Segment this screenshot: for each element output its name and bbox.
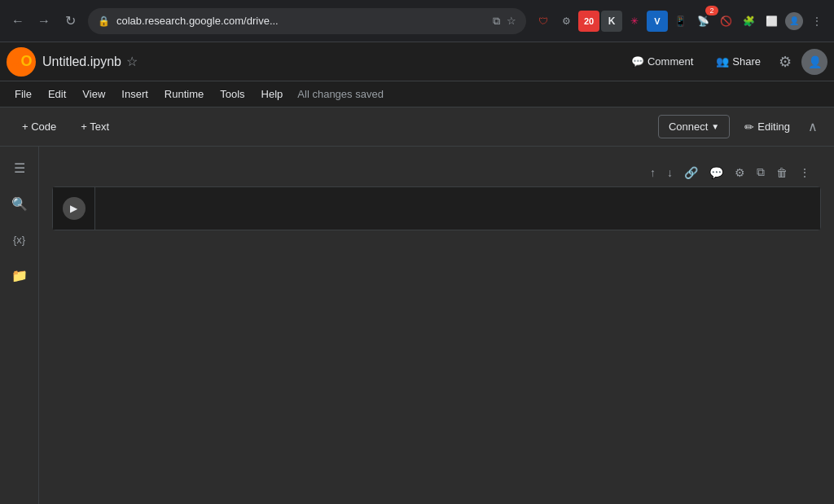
cell-content[interactable] xyxy=(95,187,820,230)
puzzle-ext-icon[interactable]: 20 xyxy=(578,11,599,32)
play-icon: ▶ xyxy=(70,203,77,214)
cell-gutter: ▶ xyxy=(53,187,95,230)
main-layout: ☰ 🔍 {x} 📁 ↑ ↓ 🔗 💬 ⚙ ⧉ 🗑 ⋮ xyxy=(0,147,834,504)
people-icon: 👥 xyxy=(716,55,729,68)
cell-settings-button[interactable]: ⚙ xyxy=(731,164,749,182)
user-avatar[interactable]: 👤 xyxy=(801,49,827,75)
menu-insert[interactable]: Insert xyxy=(113,85,156,103)
left-sidebar: ☰ 🔍 {x} 📁 xyxy=(0,147,39,504)
colab-header: CO Untitled.ipynb ☆ 💬 Comment 👥 Share ⚙ … xyxy=(0,42,834,81)
cell-comment-button[interactable]: 💬 xyxy=(705,164,727,182)
menu-tools[interactable]: Tools xyxy=(212,85,252,103)
menu-help[interactable]: Help xyxy=(253,85,292,103)
comment-button[interactable]: 💬 Comment xyxy=(623,50,701,72)
cell-move-up-button[interactable]: ↑ xyxy=(646,164,660,182)
sidebar-item-files[interactable]: 📁 xyxy=(5,261,34,290)
share-page-icon: ⧉ xyxy=(493,15,500,28)
cell-delete-button[interactable]: 🗑 xyxy=(772,164,792,182)
cell-container: ↑ ↓ 🔗 💬 ⚙ ⧉ 🗑 ⋮ ▶ xyxy=(52,160,821,230)
code-cell: ▶ xyxy=(52,186,821,230)
notebook-area[interactable]: ↑ ↓ 🔗 💬 ⚙ ⧉ 🗑 ⋮ ▶ xyxy=(39,147,834,504)
pencil-icon: ✏ xyxy=(744,121,754,134)
editing-button[interactable]: ✏ Editing xyxy=(736,116,798,138)
cast-ext-wrap: 📡 2 xyxy=(692,11,713,32)
lock-icon: 🔒 xyxy=(98,15,110,27)
star-button[interactable]: ☆ xyxy=(126,54,138,69)
avatar-icon: 👤 xyxy=(808,55,822,68)
settings-button[interactable]: ⚙ xyxy=(775,50,795,74)
url-text: colab.research.google.com/drive... xyxy=(116,15,486,27)
run-cell-button[interactable]: ▶ xyxy=(63,197,86,220)
asterisk-ext-icon[interactable]: ✳ xyxy=(624,11,645,32)
reload-button[interactable]: ↻ xyxy=(59,10,81,33)
shield-ext-icon[interactable]: 🛡 xyxy=(533,11,554,32)
menu-runtime[interactable]: Runtime xyxy=(156,85,212,103)
block-ext-icon[interactable]: 🚫 xyxy=(715,11,736,32)
nav-buttons: ← → ↻ xyxy=(7,10,81,33)
sidebar-item-variables[interactable]: {x} xyxy=(5,225,34,254)
variables-icon: {x} xyxy=(13,234,25,246)
notebook-title[interactable]: Untitled.ipynb xyxy=(42,55,121,69)
cell-move-down-button[interactable]: ↓ xyxy=(663,164,677,182)
header-right: 💬 Comment 👥 Share ⚙ 👤 xyxy=(623,49,827,75)
notebook-toolbar: + Code + Text Connect ▼ ✏ Editing ∧ xyxy=(0,107,834,147)
back-button[interactable]: ← xyxy=(7,10,29,33)
notebook-title-area: Untitled.ipynb ☆ xyxy=(42,54,617,69)
hamburger-icon: ☰ xyxy=(14,160,25,176)
comment-icon: 💬 xyxy=(631,55,644,68)
connect-button[interactable]: Connect ▼ xyxy=(658,115,730,138)
menu-ext-icon[interactable]: ⋮ xyxy=(806,11,827,32)
menu-view[interactable]: View xyxy=(74,85,113,103)
menu-file[interactable]: File xyxy=(7,85,40,103)
v-ext-icon[interactable]: V xyxy=(647,11,668,32)
search-icon: 🔍 xyxy=(11,196,28,212)
bookmark-icon: ☆ xyxy=(507,15,516,27)
dropdown-arrow-icon: ▼ xyxy=(711,122,719,131)
puzzle-ext-wrap: 20 xyxy=(578,11,599,32)
avatar-ext-icon[interactable]: 👤 xyxy=(784,11,805,32)
cast-badge: 2 xyxy=(705,6,718,15)
settings-ext-icon[interactable]: ⚙ xyxy=(555,11,577,32)
cell-more-button[interactable]: ⋮ xyxy=(795,164,814,182)
collapse-sections-button[interactable]: ∧ xyxy=(805,116,821,138)
cell-toolbar: ↑ ↓ 🔗 💬 ⚙ ⧉ 🗑 ⋮ xyxy=(52,160,821,185)
sidebar-item-menu[interactable]: ☰ xyxy=(5,153,34,182)
puzzle-generic-icon[interactable]: 🧩 xyxy=(738,11,759,32)
browser-chrome: ← → ↻ 🔒 colab.research.google.com/drive.… xyxy=(0,0,834,42)
folder-icon: 📁 xyxy=(11,268,28,283)
extension-icons: 🛡 ⚙ 20 K ✳ V 📱 📡 2 🚫 🧩 ⬜ 👤 ⋮ xyxy=(533,11,827,32)
save-status: All changes saved xyxy=(297,88,384,100)
add-code-button[interactable]: + Code xyxy=(13,115,65,138)
address-bar[interactable]: 🔒 colab.research.google.com/drive... ⧉ ☆ xyxy=(88,8,526,34)
cell-link-button[interactable]: 🔗 xyxy=(680,164,702,182)
cell-expand-button[interactable]: ⧉ xyxy=(753,163,769,182)
window-ext-icon[interactable]: ⬜ xyxy=(761,11,782,32)
k-ext-icon[interactable]: K xyxy=(601,11,622,32)
forward-button[interactable]: → xyxy=(33,10,55,33)
menu-bar: File Edit View Insert Runtime Tools Help… xyxy=(0,81,834,107)
menu-edit[interactable]: Edit xyxy=(40,85,74,103)
share-button[interactable]: 👥 Share xyxy=(708,50,769,72)
sidebar-item-search[interactable]: 🔍 xyxy=(5,189,34,218)
phone-ext-icon[interactable]: 📱 xyxy=(669,11,691,32)
add-text-button[interactable]: + Text xyxy=(72,115,118,138)
colab-logo: CO xyxy=(7,47,36,77)
